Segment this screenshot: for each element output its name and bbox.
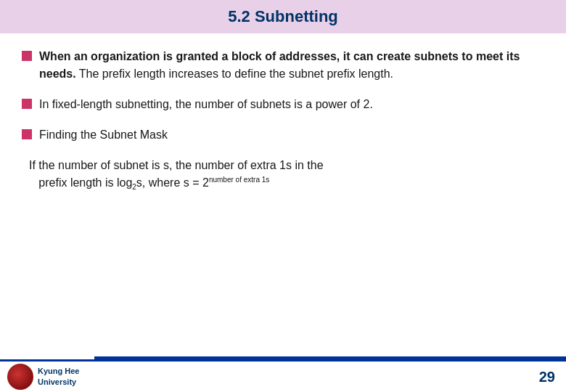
bullet-icon-2 [22, 99, 32, 109]
university-logo-icon [7, 364, 33, 390]
university-name: Kyung Hee University [38, 366, 79, 388]
bullet-icon-3 [22, 129, 32, 139]
bullet-item-2: In fixed-length subnetting, the number o… [22, 96, 537, 113]
bullet-item-1: When an organization is granted a block … [22, 48, 537, 83]
bullet-text-2: In fixed-length subnetting, the number o… [39, 96, 373, 113]
bullet-item-3: Finding the Subnet Mask [22, 126, 537, 144]
university-logo-area: Kyung Hee University [7, 364, 79, 390]
bullet-text-3: Finding the Subnet Mask [39, 126, 168, 144]
bullet-icon-1 [22, 51, 32, 61]
slide-container: 5.2 Subnetting When an organization is g… [0, 0, 566, 392]
page-number: 29 [539, 369, 555, 385]
superscript-extra: number of extra 1s [209, 176, 269, 184]
title-bar: 5.2 Subnetting [0, 0, 566, 33]
bullet-text-1: When an organization is granted a block … [39, 48, 537, 83]
slide-title: 5.2 Subnetting [228, 7, 338, 25]
bullet-text-1-normal: The prefix length increases to define th… [79, 68, 393, 80]
plain-line1: If the number of subnet is s, the number… [29, 159, 324, 171]
plain-line2: prefix length is log2s, where s = 2numbe… [29, 176, 269, 189]
plain-text-block: If the number of subnet is s, the number… [22, 157, 537, 193]
content-area: When an organization is granted a block … [0, 33, 566, 221]
subscript-2: 2 [132, 184, 136, 192]
footer-bar: Kyung Hee University 29 [0, 359, 566, 392]
